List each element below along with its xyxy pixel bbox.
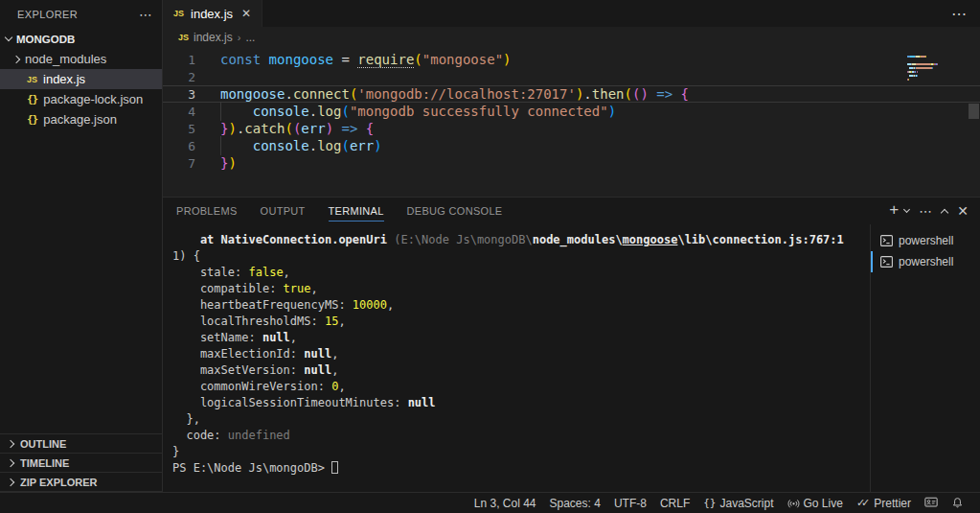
minimap-line <box>907 75 963 77</box>
terminal-line: 1) { <box>172 248 870 265</box>
status-cursor-position[interactable]: Ln 3, Col 44 <box>467 493 543 513</box>
new-terminal-button[interactable]: + <box>889 200 899 220</box>
terminal-line: heartbeatFrequencyMS: 10000, <box>172 297 870 314</box>
line-number: 4 <box>163 105 195 119</box>
terminal-line: PS E:\Node Js\mongoDB> <box>172 460 870 477</box>
project-label: MONGODB <box>16 34 75 45</box>
close-icon[interactable]: ✕ <box>239 7 253 20</box>
indent-guide <box>220 102 221 121</box>
code-line-6[interactable]: 6 console.log(err) <box>163 137 980 154</box>
panel-header: PROBLEMSOUTPUTTERMINALDEBUG CONSOLE + ⋯ … <box>163 198 980 224</box>
code-line-text: const mongoose = require("mongoose") <box>195 52 512 67</box>
close-panel-button[interactable]: ✕ <box>957 203 969 219</box>
breadcrumb-tail[interactable]: ... <box>245 31 255 44</box>
code-editor[interactable]: 1const mongoose = require("mongoose")23m… <box>163 48 980 197</box>
sidebar-section-zip-explorer[interactable]: ZIP EXPLORER <box>0 472 162 491</box>
panel-tabs: PROBLEMSOUTPUTTERMINALDEBUG CONSOLE <box>176 198 889 224</box>
terminal-line: at NativeConnection.openUri (E:\Node Js\… <box>172 232 870 248</box>
code-line-text: console.log(err) <box>195 138 382 153</box>
code-line-1[interactable]: 1const mongoose = require("mongoose") <box>163 51 980 68</box>
terminal-line: maxElectionId: null, <box>172 346 870 362</box>
minimap-line <box>907 79 963 81</box>
json-icon: {} <box>27 113 37 126</box>
minimap-line <box>907 71 963 73</box>
terminal-line: localThresholdMS: 15, <box>172 314 870 330</box>
terminal-list: powershellpowershell <box>870 224 980 492</box>
line-number: 3 <box>163 87 195 102</box>
tab-index-js[interactable]: JS index.js ✕ <box>163 0 262 27</box>
status-eol-sequence[interactable]: CRLF <box>653 493 696 513</box>
status-encoding[interactable]: UTF-8 <box>607 493 653 513</box>
bell-icon <box>951 497 964 509</box>
status-notifications[interactable] <box>945 493 970 513</box>
status-label: Prettier <box>874 497 911 510</box>
more-actions-button[interactable]: ⋯ <box>951 5 967 23</box>
file-item-node-modules[interactable]: node_modules <box>0 49 162 69</box>
terminal-line: logicalSessionTimeoutMinutes: null <box>172 395 870 411</box>
status-prettier[interactable]: ✓✓Prettier <box>850 493 918 513</box>
minimap-line <box>907 56 963 58</box>
status-label: Ln 3, Col 44 <box>474 497 536 510</box>
status-feedback[interactable] <box>918 493 945 513</box>
chevron-down-icon <box>5 34 12 41</box>
tab-bar: JS index.js ✕ ⋯ <box>163 0 980 27</box>
minimap-seg <box>932 67 933 69</box>
section-label: ZIP EXPLORER <box>20 477 97 488</box>
status-label: Go Live <box>804 497 843 510</box>
file-label: node_modules <box>25 52 106 66</box>
terminal-line: stale: false, <box>172 265 870 281</box>
file-item-package-lock-json[interactable]: {}package-lock.json <box>0 89 162 109</box>
terminal-line: commonWireVersion: 0, <box>172 379 870 395</box>
minimap[interactable] <box>907 56 963 82</box>
terminal-output[interactable]: at NativeConnection.openUri (E:\Node Js\… <box>163 224 870 492</box>
panel-more-button[interactable]: ⋯ <box>919 203 932 219</box>
panel-tab-problems[interactable]: PROBLEMS <box>176 198 238 224</box>
panel-tab-output[interactable]: OUTPUT <box>261 198 306 224</box>
terminal-instance-1[interactable]: powershell <box>871 230 980 251</box>
editor-scrollbar-thumb[interactable] <box>969 104 979 119</box>
panel-tab-debug-console[interactable]: DEBUG CONSOLE <box>407 198 503 224</box>
file-label: package-lock.json <box>43 92 143 106</box>
code-line-2[interactable]: 2 <box>163 68 980 85</box>
file-item-package-json[interactable]: {}package.json <box>0 109 162 129</box>
feedback-icon <box>924 497 938 509</box>
sidebar-spacer <box>0 129 162 433</box>
js-icon: JS <box>178 33 189 42</box>
file-tree: node_modulesJSindex.js{}package-lock.jso… <box>0 49 162 129</box>
sidebar-section-outline[interactable]: OUTLINE <box>0 433 162 453</box>
breadcrumb-separator: › <box>238 32 241 43</box>
tabbar-empty-space <box>262 0 921 27</box>
chevron-up-icon <box>941 208 948 216</box>
maximize-panel-button[interactable] <box>942 207 947 216</box>
minimap-line <box>907 63 963 65</box>
panel-actions: + ⋯ ✕ <box>889 202 969 220</box>
code-line-3[interactable]: 3mongoose.connect('mongodb://localhost:2… <box>163 85 980 103</box>
code-line-4[interactable]: 4 console.log("mongodb successfully conn… <box>163 103 980 120</box>
sidebar-section-timeline[interactable]: TIMELINE <box>0 453 162 472</box>
code-line-text: }) <box>195 155 237 171</box>
line-number: 5 <box>163 122 195 136</box>
status-indentation[interactable]: Spaces: 4 <box>543 493 607 513</box>
section-label: OUTLINE <box>20 438 66 450</box>
minimap-seg <box>937 63 938 65</box>
js-icon: JS <box>173 9 184 18</box>
terminal-instance-2[interactable]: powershell <box>871 251 980 272</box>
vscode-window: EXPLORER ⋯ MONGODB node_modulesJSindex.j… <box>0 0 980 513</box>
file-item-index-js[interactable]: JSindex.js <box>0 69 162 89</box>
ellipsis-icon[interactable]: ⋯ <box>139 7 152 22</box>
plus-icon: + <box>889 200 899 220</box>
status-go-live[interactable]: Go Live <box>781 493 850 513</box>
file-label: index.js <box>43 72 85 86</box>
panel-tab-terminal[interactable]: TERMINAL <box>329 198 384 224</box>
code-line-7[interactable]: 7}) <box>163 154 980 172</box>
editor-actions: ⋯ <box>921 0 980 27</box>
project-root-mongodb[interactable]: MONGODB <box>0 29 162 49</box>
code-line-5[interactable]: 5}).catch((err) => { <box>163 120 980 137</box>
breadcrumb[interactable]: JS index.js › ... <box>163 27 980 48</box>
status-language-mode[interactable]: {}JavaScript <box>696 493 780 513</box>
terminal-line: }, <box>172 411 870 428</box>
terminal-line: } <box>172 444 870 460</box>
terminal-dropdown-button[interactable] <box>904 210 909 212</box>
breadcrumb-file[interactable]: index.js <box>194 31 233 44</box>
tab-label: index.js <box>191 7 233 21</box>
